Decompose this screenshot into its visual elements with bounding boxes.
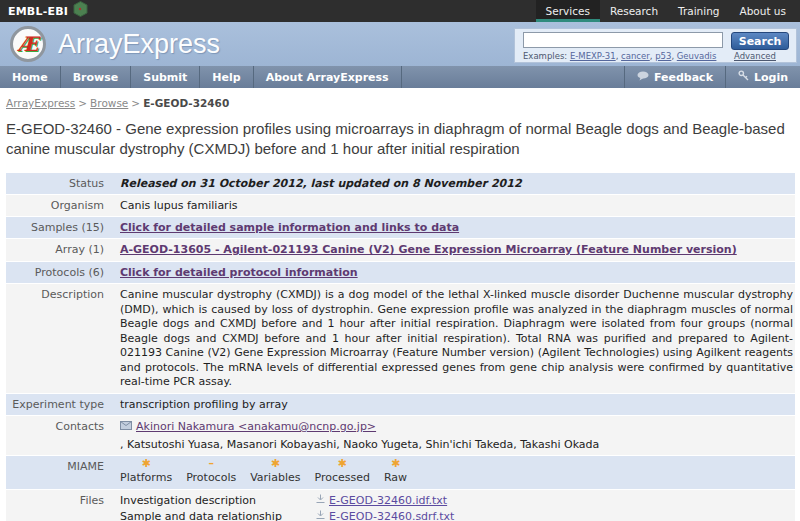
samples-detail-link[interactable]: Click for detailed sample information an… <box>120 221 459 234</box>
row-array: Array (1) A-GEOD-13605 - Agilent-021193 … <box>6 239 795 260</box>
samples-label: Samples (15) <box>6 217 114 238</box>
miame-processed: ✱ Processed <box>314 457 369 485</box>
array-design-link[interactable]: A-GEOD-13605 - Agilent-021193 Canine (V2… <box>120 243 737 256</box>
nav-about-arrayexpress[interactable]: About ArrayExpress <box>254 66 402 88</box>
download-icon <box>316 510 325 521</box>
search-button[interactable]: Search <box>731 32 789 50</box>
main-navbar: Home Browse Submit Help About ArrayExpre… <box>0 66 800 88</box>
global-nav-training[interactable]: Training <box>668 0 729 22</box>
files-label: Files <box>6 490 114 521</box>
description-label: Description <box>6 284 114 393</box>
miame-variables: ✱ Variables <box>250 457 300 485</box>
description-text: Canine muscular dystrophy (CXMDJ) is a d… <box>114 284 795 393</box>
row-miame: MIAME ✱ Platforms – Protocols ✱ Variable… <box>6 456 795 488</box>
nav-help[interactable]: Help <box>200 66 253 88</box>
protocols-label: Protocols (6) <box>6 262 114 283</box>
miame-protocols: – Protocols <box>186 457 236 485</box>
miame-star-icon: ✱ <box>250 457 300 471</box>
example-link-cancer[interactable]: cancer <box>621 51 650 61</box>
miame-label: MIAME <box>6 456 114 488</box>
embl-ebi-logo-text[interactable]: EMBL-EBI <box>8 5 68 18</box>
row-status: Status Released on 31 October 2012, last… <box>6 173 795 194</box>
organism-label: Organism <box>6 195 114 216</box>
global-nav-research[interactable]: Research <box>600 0 668 22</box>
file-row-name: Investigation description <box>120 494 316 508</box>
row-samples: Samples (15) Click for detailed sample i… <box>6 217 795 238</box>
page-title: E-GEOD-32460 - Gene expression profiles … <box>6 119 788 160</box>
miame-star-icon: ✱ <box>120 457 172 471</box>
feedback-button[interactable]: Feedback <box>624 66 725 88</box>
contact-email-link[interactable]: Akinori Nakamura <anakamu@ncnp.go.jp> <box>136 420 376 434</box>
sdrf-file-link[interactable]: E-GEOD-32460.sdrf.txt <box>329 510 454 521</box>
idf-file-link[interactable]: E-GEOD-32460.idf.txt <box>329 494 447 508</box>
breadcrumb-arrayexpress[interactable]: ArrayExpress <box>6 97 75 109</box>
app-title: ArrayExpress <box>58 29 220 60</box>
status-value: Released on 31 October 2012, last update… <box>114 173 795 194</box>
file-row-link: E-GEOD-32460.idf.txt <box>316 494 787 508</box>
search-input[interactable] <box>523 32 723 48</box>
miame-dash-icon: – <box>186 457 236 471</box>
ebi-masthead: EMBL-EBI Services Research Training Abou… <box>0 0 800 22</box>
key-icon <box>738 70 749 84</box>
protocols-detail-link[interactable]: Click for detailed protocol information <box>120 266 358 279</box>
contact-other-names: , Katsutoshi Yuasa, Masanori Kobayashi, … <box>120 438 599 452</box>
breadcrumb-current: E-GEOD-32460 <box>143 97 229 109</box>
login-button[interactable]: Login <box>725 66 800 88</box>
breadcrumb: ArrayExpress>Browse>E-GEOD-32460 <box>6 97 795 109</box>
search-panel: Search Examples: E-MEXP-31, cancer, p53,… <box>514 28 797 63</box>
nav-browse[interactable]: Browse <box>61 66 132 88</box>
file-row-link: E-GEOD-32460.sdrf.txt <box>316 510 787 521</box>
arrayexpress-logo-icon[interactable]: Æ <box>10 26 46 62</box>
envelope-icon <box>120 420 132 434</box>
contacts-label: Contacts <box>6 416 114 456</box>
breadcrumb-browse[interactable]: Browse <box>90 97 128 109</box>
speech-bubble-icon <box>637 71 649 84</box>
example-link-geuvadis[interactable]: Geuvadis <box>677 51 717 61</box>
row-organism: Organism Canis lupus familiaris <box>6 195 795 216</box>
global-nav: Services Research Training About us <box>536 0 796 22</box>
experiment-type-value: transcription profiling by array <box>114 394 795 415</box>
file-row-name: Sample and data relationship <box>120 510 316 521</box>
experiment-type-label: Experiment type <box>6 394 114 415</box>
nav-submit[interactable]: Submit <box>131 66 200 88</box>
miame-raw: ✱ Raw <box>384 457 407 485</box>
example-link-emexp31[interactable]: E-MEXP-31 <box>570 51 616 61</box>
miame-platforms: ✱ Platforms <box>120 457 172 485</box>
embl-ebi-hexagon-icon <box>73 1 88 21</box>
files-table: Investigation description E-GEOD-32460.i… <box>120 494 787 521</box>
row-files: Files Investigation description E-GEOD-3… <box>6 490 795 521</box>
nav-home[interactable]: Home <box>0 66 61 88</box>
organism-value: Canis lupus familiaris <box>114 195 795 216</box>
search-examples: Examples: E-MEXP-31, cancer, p53, Geuvad… <box>523 51 716 61</box>
example-link-p53[interactable]: p53 <box>655 51 671 61</box>
row-experiment-type: Experiment type transcription profiling … <box>6 394 795 415</box>
status-label: Status <box>6 173 114 194</box>
row-protocols: Protocols (6) Click for detailed protoco… <box>6 262 795 283</box>
miame-star-icon: ✱ <box>384 457 407 471</box>
row-contacts: Contacts Akinori Nakamura <anakamu@ncnp.… <box>6 416 795 456</box>
arrayexpress-experiment-page: EMBL-EBI Services Research Training Abou… <box>0 0 800 521</box>
global-nav-about-us[interactable]: About us <box>729 0 796 22</box>
miame-star-icon: ✱ <box>314 457 369 471</box>
advanced-search-link[interactable]: Advanced <box>734 51 776 61</box>
global-nav-services[interactable]: Services <box>536 0 600 22</box>
array-label: Array (1) <box>6 239 114 260</box>
row-description: Description Canine muscular dystrophy (C… <box>6 284 795 393</box>
download-icon <box>316 494 325 508</box>
app-header: Æ ArrayExpress Search Examples: E-MEXP-3… <box>0 22 800 66</box>
